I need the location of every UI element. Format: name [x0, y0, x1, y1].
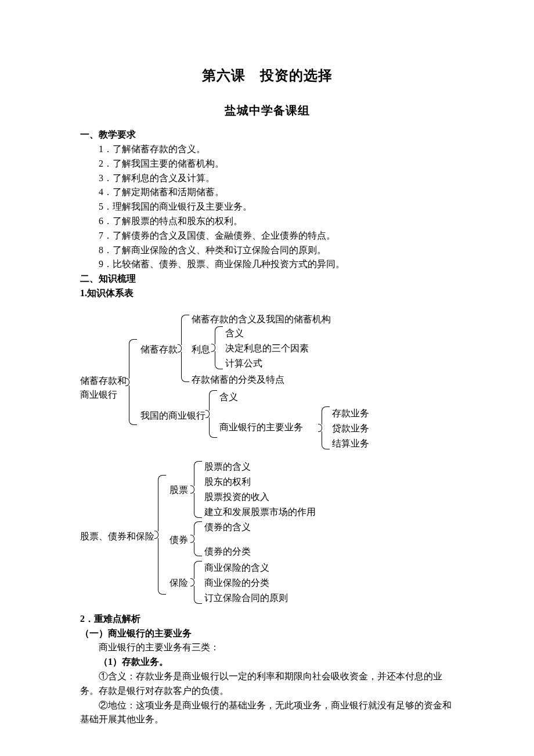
- diagram-leaf-loan-business: 贷款业务: [332, 422, 369, 436]
- requirement-item: 8．了解商业保险的含义、种类和订立保险合同的原则。: [80, 243, 454, 258]
- diagram-leaf-bank-definition: 含义: [219, 390, 238, 405]
- diagram-root-savings-bank-line1: 储蓄存款和: [80, 374, 127, 388]
- analysis-p3: ②地位：这项业务是商业银行的基础业务，无此项业务，商业银行就没有足够的资金和基础…: [80, 699, 454, 728]
- diagram-node-savings: 储蓄存款: [140, 343, 178, 357]
- analysis-heading: 2．重难点解析: [80, 612, 454, 627]
- diagram-leaf-savings-definition: 储蓄存款的含义及我国的储蓄机构: [192, 312, 331, 327]
- brace-icon: [158, 475, 166, 595]
- brace-icon: [215, 326, 223, 369]
- diagram-node-bond: 债券: [169, 533, 188, 548]
- page-title: 第六课 投资的选择: [80, 65, 454, 87]
- brace-icon: [322, 406, 330, 449]
- requirements-list: 1．了解储蓄存款的含义。 2．了解我国主要的储蓄机构。 3．了解利息的含义及计算…: [80, 142, 454, 272]
- diagram-leaf-settlement-business: 结算业务: [332, 437, 369, 451]
- diagram-node-bank-business: 商业银行的主要业务: [219, 420, 303, 435]
- diagram-leaf-insurance-types: 商业保险的分类: [204, 576, 269, 591]
- brace-icon: [129, 339, 137, 425]
- diagram-leaf-interest-definition: 含义: [225, 326, 244, 341]
- analysis-p2: ①含义：存款业务是商业银行以一定的利率和期限向社会吸收资金，并还本付息的业务。存…: [80, 669, 454, 699]
- diagram-leaf-shareholder-rights: 股东的权利: [204, 475, 251, 489]
- analysis-sub-1: （一）商业银行的主要业务: [80, 627, 454, 641]
- requirement-item: 9．比较储蓄、债券、股票、商业保险几种投资方式的异同。: [80, 257, 454, 272]
- requirement-item: 5．理解我国的商业银行及主要业务。: [80, 200, 454, 214]
- requirement-item: 7．了解债券的含义及国债、金融债券、企业债券的特点。: [80, 229, 454, 243]
- diagram-leaf-stock-income: 股票投资的收入: [204, 490, 269, 505]
- requirement-item: 6．了解股票的特点和股东的权利。: [80, 214, 454, 229]
- diagram-leaf-bond-definition: 债券的含义: [204, 520, 251, 535]
- brace-icon: [194, 461, 202, 518]
- diagram-node-commercial-bank: 我国的商业银行: [140, 409, 205, 423]
- requirement-item: 4．了解定期储蓄和活期储蓄。: [80, 185, 454, 200]
- diagram-leaf-interest-factors: 决定利息的三个因素: [225, 341, 309, 356]
- brace-icon: [194, 561, 202, 604]
- requirement-item: 2．了解我国主要的储蓄机构。: [80, 157, 454, 171]
- requirement-item: 3．了解利息的含义及计算。: [80, 171, 454, 186]
- diagram-leaf-stock-market-role: 建立和发展股票市场的作用: [204, 505, 316, 520]
- diagram-leaf-stock-definition: 股票的含义: [204, 460, 251, 474]
- diagram-leaf-bond-types: 债券的分类: [204, 545, 251, 559]
- section-heading-requirements: 一、教学要求: [80, 128, 454, 142]
- brace-icon: [181, 315, 189, 382]
- analysis-p1: 商业银行的主要业务有三类：: [80, 640, 454, 655]
- diagram-leaf-insurance-definition: 商业保险的含义: [204, 561, 269, 575]
- diagram-node-insurance: 保险: [169, 576, 188, 591]
- diagram-node-interest: 利息: [192, 343, 210, 357]
- knowledge-subheading-1: 1.知识体系表: [80, 286, 454, 301]
- diagram-root-stock-bond-insurance: 股票、债券和保险: [80, 530, 154, 544]
- brace-icon: [209, 390, 217, 438]
- diagram-leaf-deposit-business: 存款业务: [332, 406, 369, 421]
- diagram-leaf-insurance-contract: 订立保险合同的原则: [204, 591, 288, 606]
- section-heading-knowledge: 二、知识梳理: [80, 272, 454, 286]
- diagram-leaf-interest-formula: 计算公式: [225, 357, 262, 371]
- brace-icon: [194, 521, 202, 556]
- diagram-root-savings-bank-line2: 商业银行: [80, 388, 117, 402]
- analysis-sub-1-1: （1）存款业务。: [80, 655, 454, 669]
- diagram-node-stock: 股票: [169, 483, 188, 498]
- knowledge-diagram: 储蓄存款和 商业银行 储蓄存款 储蓄存款的含义及我国的储蓄机构 利息 存款储蓄的…: [80, 303, 454, 611]
- diagram-leaf-savings-types: 存款储蓄的分类及特点: [192, 373, 284, 387]
- requirement-item: 1．了解储蓄存款的含义。: [80, 142, 454, 157]
- page-subtitle: 盐城中学备课组: [80, 102, 454, 120]
